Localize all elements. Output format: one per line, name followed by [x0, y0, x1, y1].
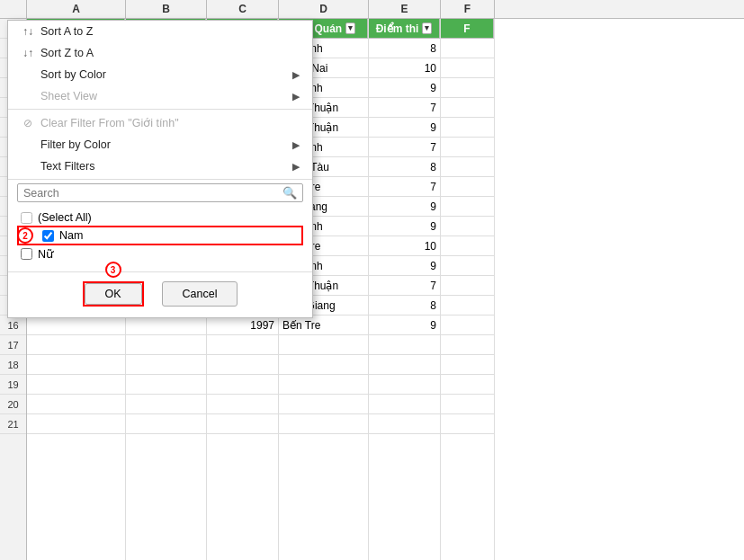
menu-clear-filter: ⊘ Clear Filter From "Giới tính": [8, 111, 312, 134]
checkbox-nam-input[interactable]: [42, 230, 54, 242]
checkbox-select-all-input[interactable]: [21, 212, 32, 224]
cell-e2: 8: [369, 39, 440, 58]
cell-f15: [441, 296, 494, 316]
menu-sort-az-label: Sort A to Z: [40, 25, 93, 38]
cell-c17: [207, 335, 278, 355]
menu-sort-by-color-label: Sort by Color: [40, 68, 106, 81]
filter-arrow-quequan[interactable]: ▾: [345, 22, 355, 35]
row-num-17: 17: [0, 335, 26, 355]
cell-b19: [126, 375, 206, 395]
checkbox-select-all[interactable]: (Select All): [17, 209, 303, 226]
checkbox-nu[interactable]: Nữ: [17, 245, 303, 262]
checkbox-nam[interactable]: Nam: [42, 229, 83, 242]
cell-c19: [207, 375, 278, 395]
cell-b20: [126, 395, 206, 414]
sheet-view-arrow: ▶: [292, 91, 300, 102]
filter-color-arrow: ▶: [292, 139, 300, 151]
checkbox-nu-input[interactable]: [21, 248, 32, 260]
cell-e4: 9: [369, 78, 440, 98]
menu-text-filters[interactable]: Text Filters ▶: [8, 156, 312, 177]
spreadsheet: A B C D E F 1 2 3 4 5 6 7 8 9 10 11 12 1…: [0, 0, 744, 560]
menu-sort-by-color[interactable]: Sort by Color ▶: [8, 64, 312, 85]
cell-f8: [441, 157, 494, 177]
cell-b21: [126, 414, 206, 434]
checkbox-list: (Select All) 2 Nam Nữ: [8, 206, 312, 266]
cell-e14: 7: [369, 276, 440, 296]
menu-sort-az[interactable]: ↑↓ Sort A to Z: [8, 21, 312, 42]
menu-sort-za[interactable]: ↓↑ Sort Z to A: [8, 42, 312, 64]
cell-f21: [441, 414, 494, 434]
menu-text-filters-label: Text Filters: [40, 160, 94, 173]
cell-c18: [207, 355, 278, 375]
cell-e15: 8: [369, 296, 440, 316]
search-container[interactable]: 🔍: [17, 183, 303, 202]
cell-c20: [207, 395, 278, 414]
row-num-18: 18: [0, 355, 26, 375]
cell-e3: 10: [369, 58, 440, 78]
cell-e12: 10: [369, 236, 440, 256]
cell-f2: [441, 39, 494, 58]
cell-f12: [441, 236, 494, 256]
cell-e9: 7: [369, 177, 440, 197]
cell-f7: [441, 138, 494, 157]
cell-d20: [279, 395, 368, 414]
filter-arrow-diemthi[interactable]: ▾: [422, 22, 432, 35]
search-icon: 🔍: [282, 186, 297, 200]
cell-c16: 1997: [207, 316, 278, 335]
cell-d17: [279, 335, 368, 355]
cell-a21: [27, 414, 125, 434]
col-letter-c: C: [207, 0, 279, 18]
cell-d16: Bến Tre: [279, 316, 368, 335]
menu-divider-2: [8, 179, 312, 180]
cell-b17: [126, 335, 206, 355]
btn-ok-box: OK: [83, 281, 144, 307]
cancel-button[interactable]: Cancel: [162, 281, 238, 307]
col-diemthi-label: Điểm thi: [376, 22, 419, 35]
cell-f16: [441, 316, 494, 335]
cell-f18: [441, 355, 494, 375]
cell-a20: [27, 395, 125, 414]
dialog-buttons: 3 OK Cancel: [8, 271, 312, 317]
cell-d18: [279, 355, 368, 375]
checkbox-nu-label: Nữ: [38, 247, 53, 261]
col-header-diemthi[interactable]: Điểm thi ▾: [369, 19, 440, 39]
cell-f5: [441, 98, 494, 118]
cell-e8: 8: [369, 157, 440, 177]
sort-az-icon: ↑↓: [21, 25, 35, 38]
menu-filter-by-color-label: Filter by Color: [40, 138, 111, 151]
step3-badge: 3: [105, 262, 121, 278]
cell-e6: 9: [369, 118, 440, 138]
menu-filter-by-color[interactable]: Filter by Color ▶: [8, 134, 312, 156]
sort-za-icon: ↓↑: [21, 47, 35, 59]
cell-e10: 9: [369, 197, 440, 217]
cell-f4: [441, 78, 494, 98]
col-header-f: F: [441, 19, 494, 39]
cell-f19: [441, 375, 494, 395]
cell-a16: [27, 316, 125, 335]
cell-f17: [441, 335, 494, 355]
sort-by-color-arrow: ▶: [292, 69, 300, 81]
menu-sort-za-label: Sort Z to A: [40, 47, 94, 59]
row-num-20: 20: [0, 395, 26, 414]
col-letter-a: A: [27, 0, 126, 18]
cell-c21: [207, 414, 278, 434]
col-letter-f: F: [441, 0, 495, 18]
menu-sheet-view-label: Sheet View: [40, 90, 97, 102]
btn-ok-wrapper: 3 OK: [83, 281, 144, 307]
menu-clear-filter-label: Clear Filter From "Giới tính": [40, 116, 179, 129]
ok-button[interactable]: OK: [85, 283, 142, 305]
menu-sheet-view: Sheet View ▶: [8, 85, 312, 107]
row-num-19: 19: [0, 375, 26, 395]
search-input[interactable]: [23, 187, 282, 200]
cell-e16: 9: [369, 316, 440, 335]
cell-d21: [279, 414, 368, 434]
cell-f10: [441, 197, 494, 217]
cell-e19: [369, 375, 440, 395]
col-letter-b: B: [126, 0, 207, 18]
cell-b18: [126, 355, 206, 375]
cell-e17: [369, 335, 440, 355]
cell-f3: [441, 58, 494, 78]
clear-filter-icon: ⊘: [21, 117, 35, 129]
cell-e11: 9: [369, 217, 440, 236]
cell-f20: [441, 395, 494, 414]
